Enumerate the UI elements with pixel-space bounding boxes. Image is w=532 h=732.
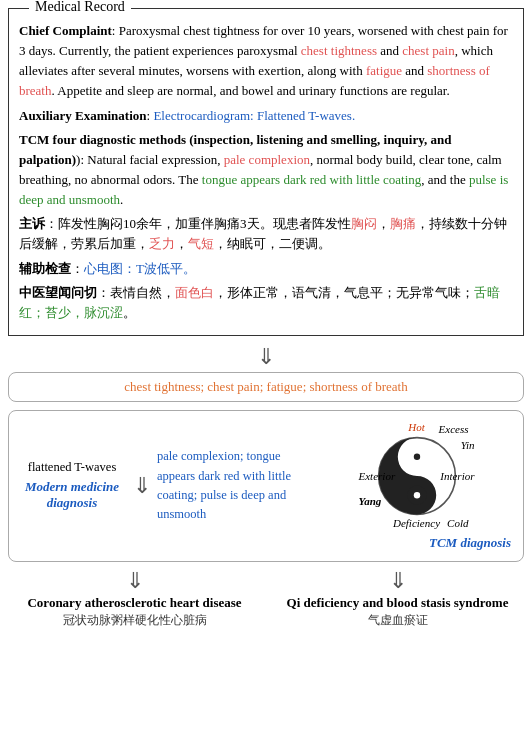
tcm-diag-label: TCM diagnosis [429,535,515,551]
modern-med-label-em: Modern medicine diagnosis [25,479,119,510]
modern-final-en: Coronary atherosclerotic heart disease [8,594,261,612]
and2: and [402,63,427,78]
zh-chief-complaint: 主诉：阵发性胸闷10余年，加重伴胸痛3天。现患者阵发性胸闷，胸痛，持续数十分钟后… [19,214,513,254]
svg-point-4 [413,492,419,498]
arrow-to-modern-final: ⇓ [8,568,261,594]
auxiliary-paragraph: Auxiliary Examination: Electrocardiogram… [19,106,513,126]
yy-hot-label: Hot [408,421,425,433]
yy-exterior-label: Exterior [359,470,396,482]
tcm-paragraph: TCM four diagnostic methods (inspection,… [19,130,513,211]
pale-complexion-highlight: pale complexion [224,152,310,167]
flattened-twaves: flattened T-waves [28,460,117,474]
ecg-text: Electrocardiogram: Flattened T-waves. [153,108,355,123]
zh-tcm-label: 中医望闻问切 [19,285,97,300]
zh-breath: 气短 [188,236,214,251]
modern-final-zh: 冠状动脉粥样硬化性心脏病 [8,612,261,629]
zh-pale-complexion: 面色白 [175,285,214,300]
symptoms-text: chest tightness; chest pain; fatigue; sh… [124,379,407,394]
chief-complaint-label: Chief Complaint [19,23,112,38]
zh-fatigue: 乏力 [149,236,175,251]
medical-record-title: Medical Record [29,0,131,15]
tcm-text4: . [120,192,123,207]
zh-chest-pain: 胸痛 [390,216,416,231]
tcm-diag-label-em: TCM diagnosis [429,535,511,550]
arrow-to-symptoms: ⇓ [8,346,524,368]
zh-ecg: 心电图：T波低平。 [84,261,196,276]
tcm-final-zh: 气虚血瘀证 [271,612,524,629]
diagnosis-section: flattened T-waves Modern medicine diagno… [8,410,524,562]
tcm-text3: , and the [421,172,469,187]
zh-chest-tightness: 胸闷 [351,216,377,231]
chest-tightness-highlight: chest tightness [301,43,377,58]
yy-labels: Hot Excess Yin Exterior Interior Yang Co… [357,421,477,531]
svg-point-3 [413,454,419,460]
record-text: Chief Complaint: Paroxysmal chest tightn… [19,21,513,323]
arrow-to-tcm-final: ⇓ [271,568,524,594]
yy-yang-label: Yang [359,495,382,507]
chest-pain-highlight: chest pain [402,43,454,58]
tcm-findings-text: pale complexion; tongue appears dark red… [157,449,291,521]
yy-excess-label: Excess [439,423,469,435]
medical-record-box: Medical Record Chief Complaint: Paroxysm… [8,8,524,336]
final-diagnosis: ⇓ Coronary atherosclerotic heart disease… [8,568,524,629]
fatigue-highlight: fatigue [366,63,402,78]
and1: and [377,43,402,58]
rest1: . Appetite and sleep are normal, and bow… [51,83,449,98]
yy-cold-label: Cold [447,517,468,529]
modern-med-label: Modern medicine diagnosis [17,479,127,511]
tcm-findings-box: pale complexion; tongue appears dark red… [157,447,312,525]
yy-yin-label: Yin [461,439,475,451]
zh-chief-label: 主诉 [19,216,45,231]
tongue-highlight: tongue appears dark red with little coat… [202,172,421,187]
yy-interior-label: Interior [440,470,474,482]
modern-med-box: flattened T-waves Modern medicine diagno… [17,460,127,511]
tcm-final-en: Qi deficiency and blood stasis syndrome [271,594,524,612]
chief-complaint-paragraph: Chief Complaint: Paroxysmal chest tightn… [19,21,513,102]
tcm-text1: ): Natural facial expression, [76,152,224,167]
yin-yang-container: Hot Excess Yin Exterior Interior Yang Co… [318,421,515,551]
zh-pulse: 脉沉涩 [84,305,123,320]
zh-auxiliary: 辅助检查：心电图：T波低平。 [19,259,513,279]
zh-tcm: 中医望闻问切：表情自然，面色白，形体正常，语气清，气息平；无异常气味；舌暗红；苔… [19,283,513,323]
arrow-to-tcm: ⇓ [133,473,151,499]
auxiliary-label: Auxiliary Examination [19,108,147,123]
symptoms-box: chest tightness; chest pain; fatigue; sh… [8,372,524,402]
zh-aux-label: 辅助检查 [19,261,71,276]
yy-deficiency-label: Deficiency [393,517,440,529]
tcm-final-col: ⇓ Qi deficiency and blood stasis syndrom… [271,568,524,629]
modern-findings-text: flattened T-waves [17,460,127,475]
modern-final-col: ⇓ Coronary atherosclerotic heart disease… [8,568,261,629]
